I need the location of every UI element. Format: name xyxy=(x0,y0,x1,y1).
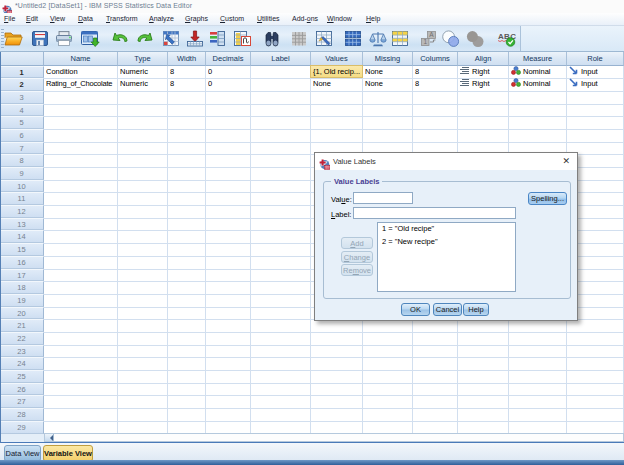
svg-text:1: 1 xyxy=(423,38,427,45)
svg-text:A: A xyxy=(429,31,434,38)
